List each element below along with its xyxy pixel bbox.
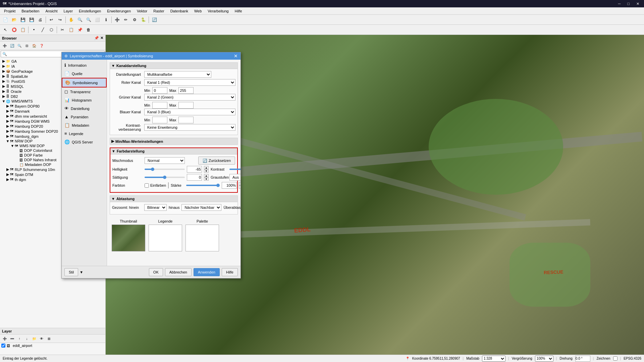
helligkeit-up[interactable]: ▲ — [204, 166, 209, 169]
einfarben-checkbox[interactable] — [145, 183, 149, 188]
blauer-minmax-row: Min Max — [112, 117, 235, 123]
farbdarstellung-title: Farbdarstellung — [117, 149, 145, 153]
max-g-input[interactable] — [178, 102, 194, 109]
footer-left: Stil ▼ — [64, 268, 83, 276]
sidebar-pyramiden[interactable]: ▲ Pyramiden — [62, 113, 107, 121]
saettigung-row: Sättigung ▲ ▼ Graustufen Aus — [112, 174, 235, 181]
blauer-kanal-label: Blauer Kanal — [112, 110, 142, 114]
palette-box: Palette — [185, 219, 219, 251]
kontrastverbesserung-select[interactable]: Keine Erweiterung — [144, 124, 235, 131]
source-icon: 📄 — [64, 71, 70, 76]
zuruecksetzen-button[interactable]: 🔄 Zurücksetzen — [198, 157, 235, 165]
staerke-input[interactable] — [222, 182, 237, 189]
reset-icon: 🔄 — [203, 159, 207, 163]
sidebar-information[interactable]: ℹ Information — [62, 61, 107, 69]
hinaus-select[interactable]: Nächster Nachbar — [181, 204, 221, 211]
saettigung-up[interactable]: ▲ — [204, 174, 209, 177]
sidebar-quelle[interactable]: 📄 Quelle — [62, 69, 107, 78]
graustufen-select[interactable]: Aus — [229, 174, 240, 181]
saettigung-input[interactable] — [187, 174, 202, 181]
staerke-up[interactable]: ▲ — [239, 182, 240, 185]
sidebar-qgis-server[interactable]: 🌐 QGIS Server — [62, 138, 107, 146]
blauer-kanal-row: Blauer Kanal Kanal 3 (Blue) — [112, 109, 235, 115]
graustufen-label: Graustufen — [211, 175, 227, 179]
ok-button[interactable]: OK — [149, 268, 163, 276]
gruener-kanal-select[interactable]: Kanal 2 (Green) — [144, 94, 235, 101]
stil-dropdown-icon[interactable]: ▼ — [79, 270, 83, 274]
kontrastverbesserung-row: Kontrast-verbesserung Keine Erweiterung — [112, 123, 235, 131]
palette-label: Palette — [197, 219, 208, 223]
farbdarstellung-header[interactable]: ▼ Farbdarstellung — [110, 148, 237, 155]
helligkeit-slider-container — [145, 169, 185, 170]
staerke-label: Stärke — [171, 183, 184, 187]
minmax-header[interactable]: ▶ Min/Max-Werteinstellungen — [110, 138, 238, 145]
minmax-section: ▶ Min/Max-Werteinstellungen — [110, 138, 238, 145]
gezoomt-label: Gezoomt: hinein — [112, 205, 142, 209]
abbrechen-button[interactable]: Abbrechen — [165, 268, 192, 276]
min-r-input[interactable] — [152, 87, 167, 94]
pyramid-icon: ▲ — [64, 114, 69, 119]
roter-kanal-label: Roter Kanal — [112, 80, 142, 84]
sidebar-metadaten[interactable]: 📋 Metadaten — [62, 121, 107, 129]
kanaldarstellung-body: Darstellungsart Multikanalfarbe Roter Ka… — [110, 69, 238, 135]
sidebar-symbolisierung-label: Symbolisierung — [72, 81, 98, 85]
legende-label: Legende — [158, 219, 173, 223]
sidebar-darstellung-label: Darstellung — [71, 107, 90, 111]
dialog-title-icon: ⚙ — [64, 54, 68, 58]
kontrast-slider[interactable] — [229, 169, 240, 170]
darstellungsart-select[interactable]: Multikanalfarbe — [144, 71, 211, 78]
kontrast-slider-container — [229, 169, 240, 170]
stil-button[interactable]: Stil — [64, 268, 78, 276]
dialog-footer: Stil ▼ OK Abbrechen Anwenden Hilfe — [62, 266, 240, 278]
max-r-input[interactable] — [178, 87, 194, 94]
sidebar-symbolisierung[interactable]: 🎨 Symbolisierung — [62, 78, 107, 87]
helligkeit-label: Helligkeit — [112, 167, 143, 171]
helligkeit-row: Helligkeit ▲ ▼ Kontrast — [112, 166, 235, 173]
ueberabtastung-label: Überabtastung — [223, 205, 240, 209]
dialog-close-button[interactable]: ✕ — [234, 54, 238, 58]
sidebar-histogramm[interactable]: 📊 Histogramm — [62, 96, 107, 104]
dialog-sidebar: ℹ Information 📄 Quelle 🎨 Symbolisierung … — [62, 60, 107, 266]
sidebar-transparenz[interactable]: ◻ Transparenz — [62, 87, 107, 96]
sidebar-quelle-label: Quelle — [72, 72, 83, 76]
anwenden-button[interactable]: Anwenden — [194, 268, 220, 276]
saettigung-slider-container — [145, 177, 185, 178]
legende-box: Legende — [149, 219, 182, 251]
symbolize-icon: 🎨 — [65, 80, 70, 85]
helligkeit-slider[interactable] — [145, 169, 185, 170]
minmax-title: Min/Max-Werteinstellungen — [115, 139, 163, 143]
gezoomt-hinein-select[interactable]: Bilinear — [144, 204, 167, 211]
hinaus-label: hinaus — [169, 205, 179, 209]
saettigung-down[interactable]: ▼ — [204, 177, 209, 181]
helligkeit-input[interactable] — [187, 166, 202, 173]
mischmodus-select[interactable]: Normal — [145, 157, 185, 164]
sidebar-pyramiden-label: Pyramiden — [71, 115, 89, 119]
minmax-arrow: ▶ — [111, 139, 114, 143]
min-g-input[interactable] — [152, 102, 167, 109]
render-icon: 👁 — [64, 106, 69, 111]
staerke-down[interactable]: ▼ — [239, 185, 240, 189]
farbdarstellung-arrow: ▼ — [112, 149, 115, 153]
sidebar-legende[interactable]: ≡ Legende — [62, 129, 107, 138]
helligkeit-down[interactable]: ▼ — [204, 169, 209, 173]
blauer-kanal-select[interactable]: Kanal 3 (Blue) — [144, 109, 235, 115]
max-b-input[interactable] — [178, 117, 194, 123]
abtastung-body: Gezoomt: hinein Bilinear hinaus Nächster… — [110, 202, 238, 215]
color-swatch[interactable] — [168, 182, 169, 188]
hilfe-button[interactable]: Hilfe — [222, 268, 238, 276]
dialog-title-bar: ⚙ Layereigenschaften - eddl_airport | Sy… — [62, 52, 240, 60]
saettigung-slider[interactable] — [145, 177, 185, 178]
roter-kanal-select[interactable]: Kanal 1 (Red) — [144, 79, 235, 86]
kanaldarstellung-header[interactable]: ▼ Kanaldarstellung — [110, 62, 238, 69]
abtastung-title: Abtastung — [116, 197, 135, 201]
sidebar-metadaten-label: Metadaten — [72, 123, 89, 127]
min-b-input[interactable] — [152, 117, 167, 123]
sidebar-darstellung[interactable]: 👁 Darstellung — [62, 104, 107, 113]
histogram-icon: 📊 — [64, 98, 70, 103]
gruener-minmax-row: Min Max — [112, 102, 235, 109]
sidebar-histogramm-label: Histogramm — [72, 98, 92, 102]
abtastung-header[interactable]: ▼ Abtastung — [110, 195, 238, 202]
einfarben-label: Einfärben — [150, 183, 166, 187]
roter-minmax-row: Min Max — [112, 87, 235, 94]
staerke-slider[interactable] — [186, 185, 220, 186]
